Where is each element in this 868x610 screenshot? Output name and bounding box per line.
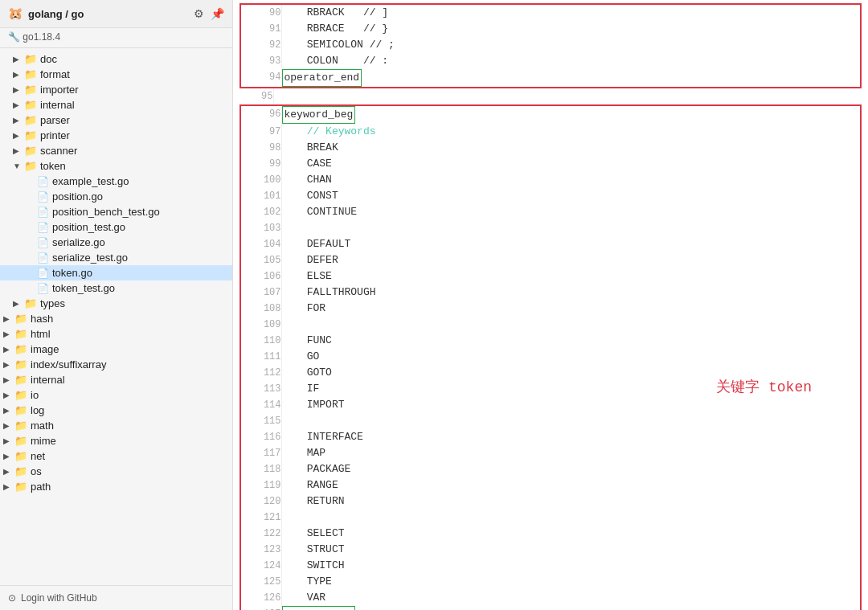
folder-icon: 📁 <box>24 297 37 309</box>
line-number: 127 <box>241 606 281 610</box>
sidebar-tree[interactable]: ▶📁doc▶📁format▶📁importer▶📁internal▶📁parse… <box>0 48 232 585</box>
item-label: io <box>31 389 39 401</box>
sidebar-item-os[interactable]: ▶📁os <box>0 464 232 479</box>
table-row: 94operator_end <box>241 69 860 87</box>
line-content: SWITCH <box>281 558 860 574</box>
sidebar-item-html[interactable]: ▶📁html <box>0 326 232 342</box>
sidebar-item-serialize_test[interactable]: 📄serialize_test.go <box>0 250 232 265</box>
line-content: STRUCT <box>281 542 860 558</box>
line-number: 95 <box>233 88 273 104</box>
file-icon: 📄 <box>37 252 49 264</box>
line-number: 97 <box>241 124 281 140</box>
sidebar: 🐹 golang / go ⚙ 📌 🔧 go1.18.4 ▶📁doc▶📁form… <box>0 0 233 610</box>
table-row: 104 DEFAULT <box>241 236 860 252</box>
sidebar-item-net[interactable]: ▶📁net <box>0 448 232 464</box>
line-number: 124 <box>241 558 281 574</box>
line-content <box>281 220 860 236</box>
line-content: FUNC <box>281 333 860 349</box>
line-content: RBRACK // ] <box>281 5 860 21</box>
sidebar-item-importer[interactable]: ▶📁importer <box>0 82 232 97</box>
keyword-marker: keyword_end <box>282 606 356 610</box>
pin-icon[interactable]: 📌 <box>211 7 224 20</box>
sidebar-item-position_test[interactable]: 📄position_test.go <box>0 219 232 235</box>
line-number: 107 <box>241 285 281 301</box>
folder-icon: 📁 <box>14 374 27 386</box>
code-area[interactable]: 90 RBRACK // ]91 RBRACE // }92 SEMICOLON… <box>233 0 868 610</box>
line-number: 96 <box>241 106 281 124</box>
sidebar-item-mime[interactable]: ▶📁mime <box>0 433 232 448</box>
table-row: 105 DEFER <box>241 252 860 268</box>
sidebar-item-token_test[interactable]: 📄token_test.go <box>0 280 232 296</box>
sidebar-item-internal-top[interactable]: ▶📁internal <box>0 372 232 387</box>
sidebar-item-format[interactable]: ▶📁format <box>0 67 232 82</box>
arrow-icon: ▶ <box>3 482 14 491</box>
sidebar-item-doc[interactable]: ▶📁doc <box>0 51 232 67</box>
sidebar-item-log[interactable]: ▶📁log <box>0 403 232 418</box>
arrow-icon: ▶ <box>3 330 14 338</box>
line-content: RBRACE // } <box>281 21 860 37</box>
sidebar-item-hash[interactable]: ▶📁hash <box>0 311 232 326</box>
file-icon: 📄 <box>37 191 49 203</box>
line-number: 99 <box>241 156 281 172</box>
folder-icon: 📁 <box>24 99 37 111</box>
folder-icon: 📁 <box>14 465 27 477</box>
sidebar-item-position_bench_test[interactable]: 📄position_bench_test.go <box>0 204 232 219</box>
line-content: IF <box>281 381 860 397</box>
folder-icon: 📁 <box>14 343 27 355</box>
table-row: 126 VAR <box>241 590 860 606</box>
table-row: 109 <box>241 317 860 333</box>
table-row: 116 INTERFACE <box>241 429 860 445</box>
sidebar-version: 🔧 go1.18.4 <box>0 28 232 48</box>
item-label: token.go <box>52 267 92 279</box>
line-content: FALLTHROUGH <box>281 285 860 301</box>
login-button[interactable]: ⊙ Login with GitHub <box>0 585 232 610</box>
arrow-icon: ▶ <box>13 100 24 109</box>
folder-icon: 📁 <box>24 160 37 172</box>
sidebar-item-types[interactable]: ▶📁types <box>0 296 232 311</box>
line-number: 117 <box>241 445 281 461</box>
table-row: 115 <box>241 413 860 429</box>
file-icon: 📄 <box>37 222 49 233</box>
line-number: 102 <box>241 204 281 220</box>
sidebar-item-serialize[interactable]: 📄serialize.go <box>0 235 232 250</box>
item-label: parser <box>40 114 70 126</box>
table-row: 106 ELSE <box>241 268 860 285</box>
line-content: INTERFACE <box>281 429 860 445</box>
settings-icon[interactable]: ⚙ <box>194 7 204 20</box>
line-content: PACKAGE <box>281 461 860 477</box>
version-icon: 🔧 <box>8 31 20 43</box>
table-row: 127keyword_end <box>241 606 860 610</box>
table-row: 113 IF <box>241 381 860 397</box>
item-label: math <box>31 420 54 432</box>
sidebar-item-math[interactable]: ▶📁math <box>0 418 232 433</box>
table-row: 103 <box>241 220 860 236</box>
sidebar-item-position[interactable]: 📄position.go <box>0 189 232 204</box>
sidebar-item-printer[interactable]: ▶📁printer <box>0 128 232 143</box>
item-label: html <box>31 328 51 340</box>
arrow-icon: ▶ <box>3 467 14 476</box>
table-row: 122 SELECT <box>241 526 860 542</box>
sidebar-item-image[interactable]: ▶📁image <box>0 342 232 357</box>
sidebar-item-scanner[interactable]: ▶📁scanner <box>0 143 232 158</box>
sidebar-item-parser[interactable]: ▶📁parser <box>0 113 232 128</box>
table-row: 97 // Keywords <box>241 124 860 140</box>
item-label: doc <box>40 53 57 65</box>
sidebar-item-io[interactable]: ▶📁io <box>0 387 232 403</box>
folder-icon: 📁 <box>14 313 27 325</box>
sidebar-item-token_go[interactable]: 📄token.go <box>0 265 232 280</box>
line-content: DEFER <box>281 252 860 268</box>
arrow-icon: ▶ <box>3 452 14 461</box>
table-row: 117 MAP <box>241 445 860 461</box>
item-label: internal <box>40 99 75 111</box>
table-row: 99 CASE <box>241 156 860 172</box>
line-number: 116 <box>241 429 281 445</box>
sidebar-item-internal-go[interactable]: ▶📁internal <box>0 97 232 113</box>
item-label: log <box>31 404 44 416</box>
sidebar-title-text: golang / go <box>28 8 84 20</box>
sidebar-item-token[interactable]: ▼📁token <box>0 158 232 174</box>
table-row: 95 <box>233 88 868 104</box>
line-content: VAR <box>281 590 860 606</box>
sidebar-item-example_test[interactable]: 📄example_test.go <box>0 174 232 189</box>
sidebar-item-path[interactable]: ▶📁path <box>0 479 232 494</box>
sidebar-item-index-suffixarray[interactable]: ▶📁index/suffixarray <box>0 357 232 372</box>
